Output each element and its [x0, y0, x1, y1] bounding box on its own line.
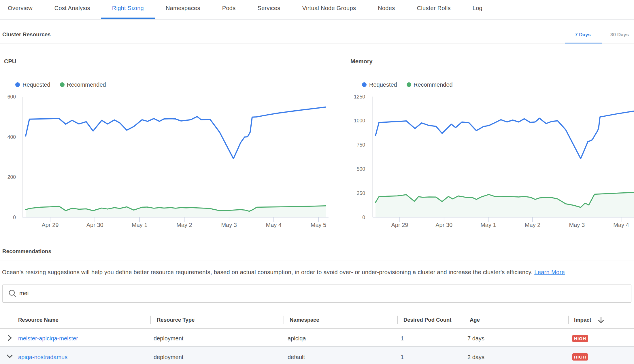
- svg-text:May 2: May 2: [176, 222, 192, 228]
- svg-text:May 4: May 4: [266, 222, 282, 228]
- svg-text:0: 0: [13, 215, 16, 220]
- svg-text:Apr 30: Apr 30: [435, 222, 452, 228]
- svg-text:600: 600: [7, 94, 16, 100]
- svg-text:Apr 29: Apr 29: [391, 222, 408, 228]
- svg-text:500: 500: [357, 166, 365, 172]
- svg-text:1250: 1250: [354, 94, 365, 100]
- svg-text:May 3: May 3: [221, 222, 237, 228]
- svg-text:1000: 1000: [354, 118, 365, 124]
- svg-text:May 1: May 1: [132, 222, 147, 228]
- svg-text:May 4: May 4: [613, 222, 629, 228]
- svg-text:Apr 30: Apr 30: [86, 222, 103, 228]
- svg-text:750: 750: [357, 142, 365, 148]
- svg-text:May 5: May 5: [311, 222, 326, 228]
- svg-text:0: 0: [362, 215, 365, 220]
- svg-text:May 1: May 1: [480, 222, 496, 228]
- svg-text:Apr 29: Apr 29: [42, 222, 59, 228]
- svg-text:250: 250: [357, 190, 365, 196]
- svg-text:May 2: May 2: [525, 222, 540, 228]
- svg-text:200: 200: [7, 174, 16, 180]
- svg-text:May 3: May 3: [569, 222, 585, 228]
- svg-text:400: 400: [7, 134, 16, 140]
